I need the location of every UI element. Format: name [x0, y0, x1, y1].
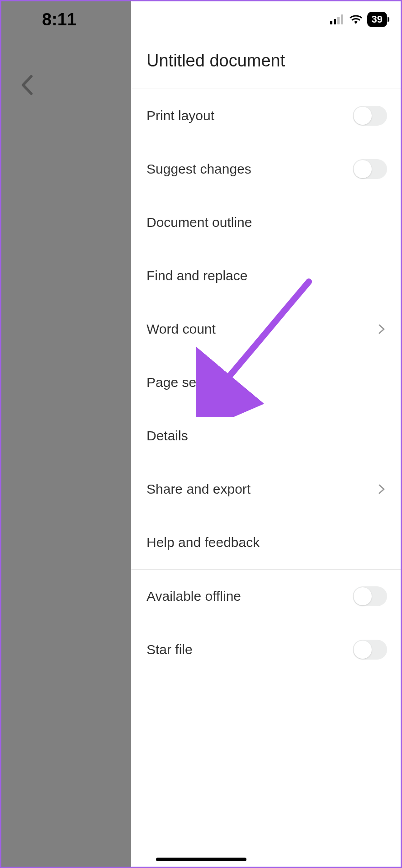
menu-item-find-and-replace[interactable]: Find and replace: [131, 249, 401, 302]
menu-label: Help and feedback: [147, 535, 260, 550]
toggle-print-layout[interactable]: [353, 106, 387, 126]
svg-rect-1: [334, 19, 336, 24]
options-panel: Untitled document Print layout Suggest c…: [131, 1, 401, 867]
status-time: 8:11: [42, 10, 76, 29]
status-bar: 8:11 39: [1, 1, 401, 38]
menu-item-available-offline[interactable]: Available offline: [131, 570, 401, 623]
svg-rect-2: [337, 17, 340, 24]
menu-label: Share and export: [147, 481, 251, 497]
svg-rect-3: [341, 14, 343, 24]
toggle-suggest-changes[interactable]: [353, 159, 387, 179]
toggle-knob: [354, 587, 372, 605]
menu-item-help-and-feedback[interactable]: Help and feedback: [131, 516, 401, 569]
toggle-knob: [354, 160, 372, 178]
menu-item-print-layout[interactable]: Print layout: [131, 89, 401, 142]
chevron-left-icon: [19, 74, 35, 96]
toggle-available-offline[interactable]: [353, 586, 387, 606]
wifi-icon: [349, 14, 363, 24]
svg-rect-0: [330, 21, 332, 24]
battery-indicator: 39: [367, 12, 387, 27]
menu-label: Star file: [147, 642, 193, 657]
back-button[interactable]: [19, 74, 35, 98]
menu-list: Print layout Suggest changes Document ou…: [131, 89, 401, 676]
menu-item-star-file[interactable]: Star file: [131, 623, 401, 676]
chevron-right-icon: [376, 484, 387, 495]
menu-item-share-and-export[interactable]: Share and export: [131, 462, 401, 516]
toggle-knob: [354, 641, 372, 659]
menu-label: Print layout: [147, 108, 214, 123]
menu-label: Word count: [147, 321, 216, 337]
menu-label: Page setup: [147, 375, 215, 390]
menu-item-word-count[interactable]: Word count: [131, 302, 401, 356]
menu-label: Details: [147, 428, 188, 443]
cellular-signal-icon: [330, 14, 345, 24]
screen: 8:11 39: [0, 0, 402, 868]
menu-label: Available offline: [147, 589, 241, 604]
menu-label: Find and replace: [147, 268, 247, 283]
status-indicators: 39: [330, 12, 387, 27]
chevron-right-icon: [376, 324, 387, 335]
home-indicator[interactable]: [156, 858, 246, 861]
menu-item-suggest-changes[interactable]: Suggest changes: [131, 142, 401, 196]
document-title: Untitled document: [147, 51, 385, 71]
menu-item-page-setup[interactable]: Page setup: [131, 356, 401, 409]
menu-item-details[interactable]: Details: [131, 409, 401, 462]
menu-label: Suggest changes: [147, 161, 251, 177]
toggle-star-file[interactable]: [353, 640, 387, 660]
menu-item-document-outline[interactable]: Document outline: [131, 196, 401, 249]
toggle-knob: [354, 107, 372, 125]
menu-label: Document outline: [147, 215, 252, 230]
